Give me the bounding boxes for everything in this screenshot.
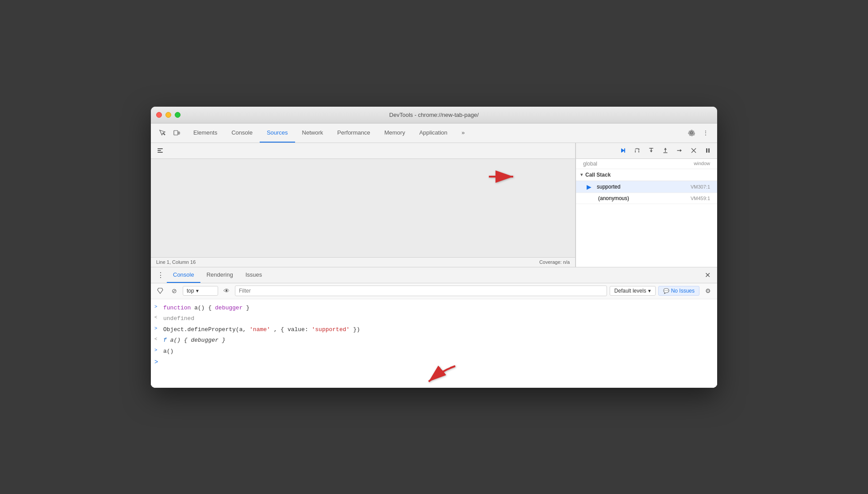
tab-application[interactable]: Application [412,123,455,143]
deactivate-breakpoints-button[interactable] [688,145,699,156]
inspect-element-button[interactable] [156,127,169,139]
console-tab-issues[interactable]: Issues [239,267,269,283]
status-bar: Line 1, Column 16 Coverage: n/a [151,257,575,267]
top-toolbar: Elements Console Sources Network Perform… [151,124,717,143]
truncated-name: global [583,161,597,167]
console-settings-button[interactable]: ⚙ [702,285,714,297]
debugger-content: global window ▾ Call Stack ▶ su [576,159,717,267]
tab-elements[interactable]: Elements [186,123,224,143]
console-line-4-arrow: < [154,336,161,342]
console-output: > function a() { debugger } < undefined [151,299,717,388]
svg-rect-0 [174,131,178,135]
call-stack-item-name-supported: supported [597,184,620,190]
console-line-1-arrow: > [154,304,161,309]
console-context-selector[interactable]: top ▾ [183,286,218,296]
sources-editor-area [151,159,575,257]
sources-panel: Line 1, Column 16 Coverage: n/a [151,143,576,267]
step-over-button[interactable] [631,145,643,156]
cursor-position: Line 1, Column 16 [156,259,196,265]
console-close-button[interactable]: ✕ [701,269,714,281]
debugger-toolbar [576,143,717,159]
tab-sources[interactable]: Sources [260,123,295,143]
window-title: DevTools - chrome://new-tab-page/ [389,112,479,118]
console-tab-console[interactable]: Console [167,267,200,283]
console-line-3: > Object.defineProperty(a, 'name' , { va… [151,324,717,336]
console-line-5-content: a() [163,347,714,356]
panels-row: Line 1, Column 16 Coverage: n/a [151,143,717,267]
console-line-1: > function a() { debugger } [151,303,717,314]
console-levels-button[interactable]: Default levels ▾ [610,286,656,296]
tab-more[interactable]: » [454,123,472,143]
resume-button[interactable] [617,145,629,156]
svg-rect-14 [708,148,710,153]
title-bar: DevTools - chrome://new-tab-page/ [151,107,717,124]
prompt-arrow-icon: > [154,359,158,366]
devtools-body: Elements Console Sources Network Perform… [151,124,717,388]
toolbar-right: ⋮ [682,127,715,139]
console-filter-bar: ⊘ top ▾ 👁 Default levels ▾ 💬 No Issues [151,283,717,299]
console-block-button[interactable]: ⊘ [169,285,180,297]
svg-marker-9 [664,148,667,150]
step-button[interactable] [674,145,685,156]
svg-marker-5 [621,148,625,153]
sources-toolbar [151,143,575,159]
svg-marker-10 [680,149,682,152]
devtools-window: DevTools - chrome://new-tab-page/ [151,107,717,388]
console-line-5-arrow: > [154,347,161,353]
call-stack-item-loc-supported: VM307:1 [691,184,710,189]
console-line-3-arrow: > [154,326,161,331]
svg-rect-1 [178,132,180,134]
step-out-button[interactable] [660,145,671,156]
console-eye-button[interactable]: 👁 [221,285,232,297]
settings-button[interactable] [685,127,698,139]
no-issues-button[interactable]: 💬 No Issues [658,286,699,296]
levels-chevron-icon: ▾ [648,288,651,294]
svg-marker-8 [650,151,653,152]
call-stack-current-arrow-icon: ▶ [587,183,591,190]
svg-rect-13 [706,148,707,153]
toolbar-left-icons [153,127,186,139]
call-stack-item-loc-anonymous: VM459:1 [691,196,710,201]
console-line-2-arrow: < [154,315,161,320]
console-line-5: > a() [151,346,717,357]
console-line-3-content: Object.defineProperty(a, 'name' , { valu… [163,325,714,334]
console-line-4-content: f a() { debugger } [163,336,714,345]
svg-marker-15 [157,288,163,293]
tab-performance[interactable]: Performance [330,123,377,143]
tab-memory[interactable]: Memory [377,123,412,143]
pause-exceptions-button[interactable] [702,145,714,156]
console-filter-input[interactable] [235,286,607,296]
call-stack-item-supported[interactable]: ▶ supported VM307:1 [576,181,717,193]
console-prompt-line: > [151,357,717,367]
debugger-panel: global window ▾ Call Stack ▶ su [576,143,717,267]
truncated-location: window [694,161,710,167]
truncated-scope-row: global window [576,159,717,169]
context-chevron-icon: ▾ [196,288,199,294]
tab-network[interactable]: Network [295,123,330,143]
console-more-options-button[interactable]: ⋮ [154,269,167,281]
tab-console[interactable]: Console [224,123,260,143]
call-stack-item-name-anonymous: (anonymous) [598,195,629,201]
console-clear-button[interactable] [154,285,166,297]
svg-rect-4 [157,152,163,153]
svg-rect-3 [157,150,161,151]
call-stack-title: Call Stack [585,172,611,178]
content-area: Line 1, Column 16 Coverage: n/a [151,143,717,388]
minimize-traffic-light[interactable] [165,112,171,118]
console-line-2: < undefined [151,313,717,324]
call-stack-header[interactable]: ▾ Call Stack [576,169,717,181]
customize-button[interactable]: ⋮ [699,127,712,139]
traffic-lights [156,112,181,118]
svg-rect-2 [157,148,163,149]
call-stack-item-anonymous[interactable]: (anonymous) VM459:1 [576,193,717,204]
close-traffic-light[interactable] [156,112,162,118]
device-toolbar-button[interactable] [170,127,183,139]
sources-sidebar-toggle[interactable] [154,145,166,156]
coverage-status: Coverage: n/a [539,259,570,265]
call-stack-triangle-icon: ▾ [580,172,583,177]
step-into-button[interactable] [645,145,657,156]
console-line-1-content: function a() { debugger } [163,304,714,313]
maximize-traffic-light[interactable] [175,112,181,118]
console-area: ⋮ Console Rendering Issues ✕ [151,267,717,388]
console-tab-rendering[interactable]: Rendering [200,267,239,283]
